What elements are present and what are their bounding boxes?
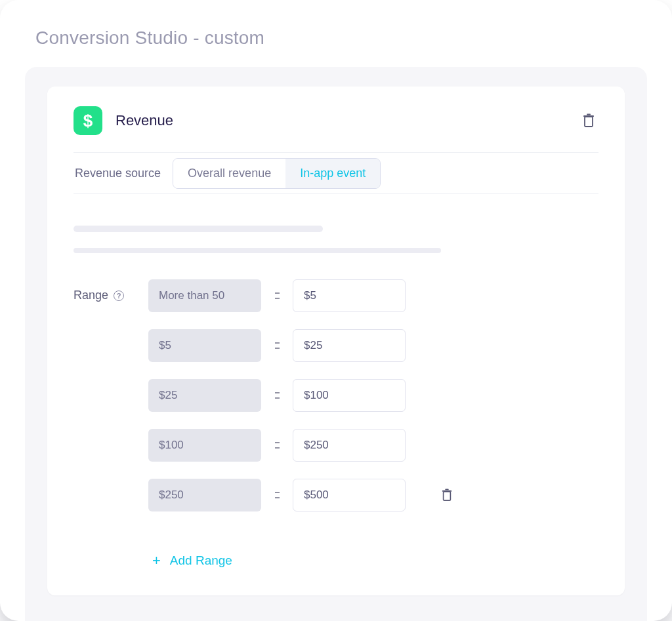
range-to-field[interactable] <box>293 329 406 362</box>
range-to-field[interactable] <box>293 279 406 312</box>
range-label: Range ? <box>74 279 136 569</box>
range-row: More than 50 <box>148 279 457 312</box>
dollar-glyph: $ <box>83 112 93 129</box>
range-to-input[interactable] <box>304 339 394 352</box>
range-row: $250 <box>148 479 457 511</box>
placeholder-block <box>74 194 598 279</box>
range-section: Range ? More than 50 $5 <box>74 279 598 569</box>
revenue-card: $ Revenue Revenue source Overall revenue… <box>47 87 625 595</box>
revenue-source-row: Revenue source Overall revenue In-app ev… <box>74 152 598 194</box>
range-from-field: $25 <box>148 379 261 412</box>
range-to-input[interactable] <box>304 389 394 402</box>
page-title: Conversion Studio - custom <box>0 0 672 67</box>
delete-card-button[interactable] <box>579 111 598 130</box>
content-panel: $ Revenue Revenue source Overall revenue… <box>25 67 647 621</box>
range-separator-icon <box>274 392 280 398</box>
svg-rect-3 <box>444 492 451 501</box>
range-to-field[interactable] <box>293 379 406 412</box>
svg-rect-5 <box>445 489 448 491</box>
range-separator-icon <box>274 492 280 498</box>
range-from-field: $5 <box>148 329 261 362</box>
add-range-button[interactable]: + Add Range <box>152 552 457 569</box>
revenue-source-toggle: Overall revenue In-app event <box>173 158 381 189</box>
svg-rect-0 <box>585 117 593 127</box>
range-separator-icon <box>274 342 280 348</box>
revenue-source-label: Revenue source <box>74 167 161 180</box>
range-label-text: Range <box>74 289 108 302</box>
range-from-field: $100 <box>148 429 261 462</box>
trash-icon <box>441 489 453 502</box>
range-separator-icon <box>274 292 280 298</box>
skeleton-line <box>74 248 441 253</box>
dollar-icon: $ <box>74 106 102 135</box>
plus-icon: + <box>152 552 161 569</box>
range-to-input[interactable] <box>304 439 394 452</box>
range-to-input[interactable] <box>304 289 394 302</box>
svg-rect-2 <box>587 114 591 115</box>
svg-rect-1 <box>583 115 594 117</box>
range-to-input[interactable] <box>304 489 394 502</box>
add-range-label: Add Range <box>170 553 232 568</box>
source-option-overall[interactable]: Overall revenue <box>173 159 285 188</box>
range-row: $100 <box>148 429 457 462</box>
app-window: Conversion Studio - custom $ Revenue Rev… <box>0 0 672 621</box>
range-from-field: More than 50 <box>148 279 261 312</box>
trash-icon <box>582 113 595 128</box>
range-row: $25 <box>148 379 457 412</box>
skeleton-line <box>74 226 323 232</box>
range-to-field[interactable] <box>293 429 406 462</box>
delete-range-button[interactable] <box>437 485 457 505</box>
help-icon[interactable]: ? <box>114 290 124 301</box>
svg-rect-4 <box>442 491 452 492</box>
card-title: Revenue <box>116 112 566 129</box>
range-to-field[interactable] <box>293 479 406 511</box>
range-row: $5 <box>148 329 457 362</box>
source-option-inapp[interactable]: In-app event <box>285 159 380 188</box>
range-from-field: $250 <box>148 479 261 511</box>
card-header: $ Revenue <box>74 106 598 152</box>
range-rows: More than 50 $5 $25 <box>148 279 457 569</box>
range-separator-icon <box>274 442 280 448</box>
